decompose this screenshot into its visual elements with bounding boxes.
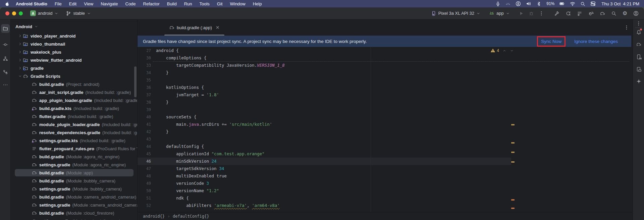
close-tab-icon[interactable]: ✕ bbox=[216, 25, 220, 30]
code-line[interactable]: android { bbox=[156, 47, 179, 54]
scrollbar-warning-mark[interactable] bbox=[511, 161, 515, 163]
bluetooth-status-icon[interactable] bbox=[536, 1, 541, 6]
build-hammer-icon[interactable] bbox=[554, 11, 559, 16]
control-center-status-icon[interactable] bbox=[590, 1, 596, 6]
apple-menu-icon[interactable] bbox=[5, 1, 10, 6]
code-line[interactable]: main.java.srcDirs += 'src/main/kotlin' bbox=[156, 121, 272, 128]
breadcrumb-defaultconfig[interactable]: defaultConfig{} bbox=[173, 214, 209, 219]
menu-git[interactable]: Git bbox=[213, 1, 226, 6]
code-line[interactable]: applicationId "com.test.app.orange" bbox=[156, 150, 265, 158]
menu-refactor[interactable]: Refactor bbox=[140, 1, 163, 6]
vcs-branch-selector[interactable]: stable bbox=[66, 11, 91, 16]
menu-build[interactable]: Build bbox=[163, 1, 180, 6]
tree-item[interactable]: Gradle Scripts bbox=[11, 72, 138, 80]
code-line[interactable]: versionName "1.2" bbox=[156, 187, 219, 195]
tree-item[interactable]: video_thumbnail bbox=[11, 40, 138, 48]
scrollbar-warning-mark[interactable] bbox=[511, 152, 515, 153]
project-view-selector[interactable]: Android bbox=[11, 19, 138, 34]
tree-item[interactable]: webview_flutter_android bbox=[11, 56, 138, 64]
sync-now-button[interactable]: Sync Now bbox=[541, 39, 561, 44]
chevron-down-icon[interactable] bbox=[17, 74, 23, 78]
tree-item[interactable]: gradle bbox=[11, 64, 138, 72]
code-line[interactable]: multiDexEnabled true bbox=[156, 172, 227, 180]
tree-item[interactable]: build.gradle(Project: android) bbox=[11, 80, 138, 88]
code-line[interactable]: kotlinOptions { bbox=[156, 84, 204, 91]
sync-project-icon[interactable]: A bbox=[566, 11, 571, 16]
menu-edit[interactable]: Edit bbox=[65, 1, 80, 6]
code-line[interactable]: } bbox=[156, 69, 169, 76]
user-status-icon[interactable] bbox=[516, 1, 521, 6]
account-icon[interactable] bbox=[633, 11, 639, 16]
chevron-right-icon[interactable] bbox=[17, 50, 23, 54]
chevron-right-icon[interactable] bbox=[17, 66, 23, 70]
code-line[interactable]: compileOptions { bbox=[156, 54, 207, 62]
tree-item[interactable]: app_plugin_loader.gradle(Included build:… bbox=[11, 96, 138, 104]
menu-view[interactable]: View bbox=[80, 1, 97, 6]
close-window-button[interactable] bbox=[5, 11, 9, 15]
tree-item[interactable]: module_plugin_loader.gradle(Included bui… bbox=[11, 120, 138, 128]
code-line[interactable]: minSdkVersion 24 bbox=[156, 158, 217, 165]
code-line[interactable]: } bbox=[156, 99, 169, 106]
project-tree-scrollbar[interactable] bbox=[134, 66, 137, 97]
code-line[interactable]: targetSdkVersion 34 bbox=[156, 165, 224, 172]
tree-item[interactable]: flutter_proguard_rules.pro(ProGuard Rule… bbox=[11, 145, 138, 153]
chevron-right-icon[interactable] bbox=[17, 58, 23, 62]
tree-item[interactable]: build.gradle(Module :agora_rtc_engine) bbox=[11, 153, 138, 161]
tree-item[interactable]: flutter.gradle(Included build: :gradle) bbox=[11, 112, 138, 120]
device-selector[interactable]: Pixel 3a XL API 32 bbox=[431, 11, 480, 16]
project-selector[interactable]: A android bbox=[30, 10, 58, 16]
menu-run[interactable]: Run bbox=[180, 1, 196, 6]
code-line[interactable]: ndk { bbox=[156, 195, 189, 202]
code-line[interactable]: } bbox=[156, 128, 169, 135]
search-status-icon[interactable] bbox=[580, 1, 585, 6]
tool-strip-structure[interactable] bbox=[1, 54, 10, 63]
code-line[interactable]: jvmTarget = '1.8' bbox=[156, 91, 219, 99]
profiler-icon[interactable] bbox=[588, 11, 594, 16]
code-line[interactable]: sourceSets { bbox=[156, 113, 196, 121]
tool-strip-commit[interactable] bbox=[1, 40, 10, 49]
tree-item[interactable]: build.gradle(Module :camera_android_came… bbox=[11, 193, 138, 201]
tool-strip-gradle[interactable] bbox=[635, 40, 643, 48]
gradle-sync-icon[interactable] bbox=[600, 11, 605, 16]
chevron-right-icon[interactable] bbox=[17, 34, 23, 38]
editor-options-kebab-icon[interactable] bbox=[624, 25, 629, 30]
tree-item[interactable]: wakelock_plus bbox=[11, 48, 138, 56]
more-actions-icon[interactable] bbox=[539, 11, 544, 16]
menu-clock[interactable]: Thu 3 Oct 4:21 PM bbox=[601, 1, 639, 6]
tool-strip-running-devices[interactable] bbox=[635, 65, 643, 73]
scrollbar-warning-mark[interactable] bbox=[511, 142, 515, 144]
menu-app-name[interactable]: Android Studio bbox=[16, 1, 51, 6]
settings-icon[interactable]: ⚙ bbox=[623, 11, 627, 16]
search-everywhere-icon[interactable] bbox=[611, 11, 616, 16]
tool-strip-studio-bot[interactable] bbox=[635, 77, 643, 85]
tool-strip-more-tool-windows[interactable] bbox=[1, 80, 10, 89]
menu-file[interactable]: File bbox=[51, 1, 65, 6]
dots-status-icon[interactable] bbox=[505, 1, 511, 6]
menu-navigate[interactable]: Navigate bbox=[97, 1, 121, 6]
battery-status-icon[interactable] bbox=[559, 1, 565, 6]
menu-window[interactable]: Window bbox=[226, 1, 249, 6]
scrollbar-warning-mark[interactable] bbox=[511, 124, 515, 125]
inspections-widget[interactable]: 4 bbox=[490, 48, 514, 53]
minimize-window-button[interactable] bbox=[12, 11, 16, 15]
tree-item[interactable]: settings.gradle.kts(Included build: :gra… bbox=[11, 136, 138, 145]
tab-build-gradle-app[interactable]: build.gradle (:app) ✕ bbox=[164, 19, 224, 36]
tool-strip-device-manager[interactable] bbox=[635, 53, 643, 61]
mic-status-icon[interactable] bbox=[495, 1, 500, 6]
tree-item[interactable]: resolve_dependencies.gradle(Included bui… bbox=[11, 128, 138, 136]
breadcrumb-android[interactable]: android{} bbox=[143, 214, 165, 219]
tree-item[interactable]: settings.gradle(Module :bubbly_camera) bbox=[11, 185, 138, 193]
tool-strip-project[interactable] bbox=[1, 24, 10, 33]
tree-item[interactable]: build.gradle(Module :app) bbox=[11, 169, 138, 177]
tree-item[interactable]: build.gradle(Module :bubbly_camera) bbox=[11, 177, 138, 185]
tree-item[interactable]: settings.gradle(Module :cloud_firestore) bbox=[11, 217, 138, 220]
volume-status-icon[interactable] bbox=[526, 1, 531, 6]
run-configuration-selector[interactable]: app bbox=[489, 11, 510, 16]
code-line[interactable]: defaultConfig { bbox=[156, 143, 204, 150]
tree-item[interactable]: build.gradle(Module :cloud_firestore) bbox=[11, 209, 138, 217]
chevron-right-icon[interactable] bbox=[17, 42, 23, 46]
tool-strip-pull-requests[interactable] bbox=[1, 68, 10, 76]
menu-code[interactable]: Code bbox=[122, 1, 140, 6]
code-line[interactable]: targetCompatibility JavaVersion.VERSION_… bbox=[156, 62, 285, 69]
tree-item[interactable]: aar_init_script.gradle(Included build: :… bbox=[11, 88, 138, 96]
